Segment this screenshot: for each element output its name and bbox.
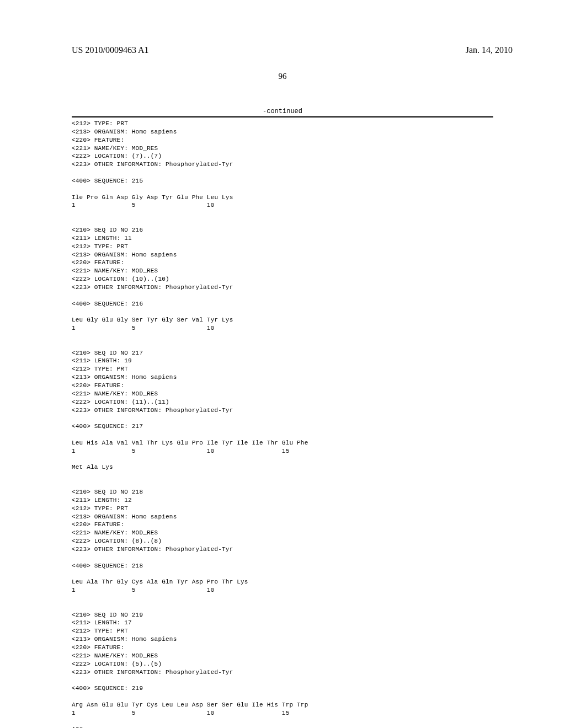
publication-number: US 2010/0009463 A1 — [72, 45, 149, 55]
page-header: US 2010/0009463 A1 Jan. 14, 2010 — [0, 0, 565, 55]
publication-date: Jan. 14, 2010 — [466, 45, 513, 55]
divider-bottom — [72, 117, 493, 117]
continued-label: -continued — [0, 108, 565, 115]
sequence-listing-body: <212> TYPE: PRT <213> ORGANISM: Homo sap… — [0, 120, 565, 728]
page-number: 96 — [0, 72, 565, 81]
